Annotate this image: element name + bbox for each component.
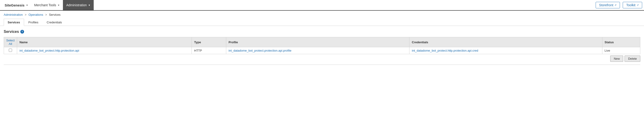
- administration-label: Administration: [66, 3, 87, 7]
- column-header-status: Status: [602, 37, 640, 47]
- storefront-external-icon: ↗: [614, 4, 616, 7]
- tab-profiles[interactable]: Profiles: [24, 19, 42, 26]
- new-button[interactable]: New: [610, 56, 623, 62]
- table-header: Select All Name Type Profile Credentials…: [4, 37, 640, 47]
- site-genesis-button[interactable]: SiteGenesis ▼: [2, 2, 31, 8]
- column-header-profile: Profile: [226, 37, 409, 47]
- breadcrumb-operations-link[interactable]: Operations: [28, 13, 43, 16]
- row-status-cell: Live: [602, 47, 640, 54]
- column-header-credentials: Credentials: [410, 37, 602, 47]
- row-name-cell: int_datadome_bot_protect.http.protection…: [17, 47, 192, 54]
- storefront-label: Storefront: [599, 3, 613, 7]
- row-type-cell: HTTP: [192, 47, 226, 54]
- table-row: int_datadome_bot_protect.http.protection…: [4, 47, 640, 54]
- tab-services[interactable]: Services: [4, 19, 24, 26]
- row-credentials-link[interactable]: int_datadome_bot_protect.http.protection…: [412, 49, 478, 52]
- administration-button[interactable]: Administration ▼: [63, 0, 94, 10]
- tabs-bar: Services Profiles Credentials: [0, 19, 644, 26]
- merchant-tools-button[interactable]: Merchant Tools ▼: [31, 0, 63, 10]
- column-header-type: Type: [192, 37, 226, 47]
- row-select-cell: [4, 47, 17, 54]
- breadcrumb-sep-2: >: [45, 13, 47, 16]
- select-all-link[interactable]: Select All: [6, 39, 14, 46]
- row-profile-link[interactable]: int_datadome_bot_protect.protection.api.…: [228, 49, 292, 52]
- breadcrumb-administration-link[interactable]: Administration: [4, 13, 23, 16]
- table-body: int_datadome_bot_protect.http.protection…: [4, 47, 640, 54]
- row-status-value: Live: [605, 49, 610, 52]
- divider: [4, 64, 640, 65]
- row-checkbox[interactable]: [9, 48, 12, 52]
- merchant-chevron-icon: ▼: [57, 4, 60, 6]
- storefront-button[interactable]: Storefront ↗: [596, 2, 620, 8]
- help-icon[interactable]: ?: [20, 30, 24, 34]
- admin-chevron-icon: ▼: [88, 4, 90, 6]
- page-title: Services ?: [4, 30, 640, 34]
- services-table: Select All Name Type Profile Credentials…: [4, 37, 640, 54]
- site-chevron-icon: ▼: [26, 4, 28, 6]
- table-actions: New Delete: [4, 56, 640, 62]
- delete-button[interactable]: Delete: [624, 56, 640, 62]
- toolkit-label: Toolkit: [626, 3, 636, 7]
- page-title-text: Services: [4, 30, 19, 34]
- merchant-tools-label: Merchant Tools: [34, 3, 56, 7]
- tab-credentials[interactable]: Credentials: [43, 19, 66, 26]
- row-name-link[interactable]: int_datadome_bot_protect.http.protection…: [20, 49, 79, 52]
- toolkit-external-icon: ↗: [636, 4, 639, 7]
- row-profile-cell: int_datadome_bot_protect.protection.api.…: [226, 47, 409, 54]
- column-header-select: Select All: [4, 37, 17, 47]
- breadcrumb-current: Services: [49, 13, 60, 16]
- row-credentials-cell: int_datadome_bot_protect.http.protection…: [410, 47, 602, 54]
- row-type-value: HTTP: [194, 49, 202, 52]
- toolkit-button[interactable]: Toolkit ↗: [623, 2, 642, 8]
- top-nav: SiteGenesis ▼ Merchant Tools ▼ Administr…: [0, 0, 644, 11]
- site-name-label: SiteGenesis: [5, 3, 24, 7]
- page-content: Services ? Select All Name Type Profile …: [0, 26, 644, 68]
- breadcrumb: Administration > Operations > Services: [0, 11, 644, 18]
- nav-external-links: Storefront ↗ Toolkit ↗: [594, 2, 642, 8]
- column-header-name: Name: [17, 37, 192, 47]
- breadcrumb-sep-1: >: [25, 13, 26, 16]
